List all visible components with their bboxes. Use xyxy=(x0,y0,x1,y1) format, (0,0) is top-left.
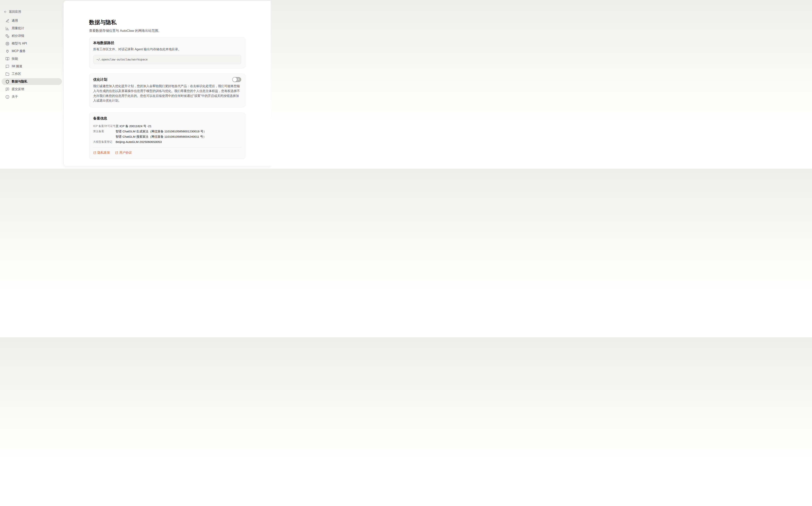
sidebar-item-label: 技能 xyxy=(12,57,18,61)
local-data-path-description: 所有工作区文件、对话记录和 Agent 输出均存储在此本地目录。 xyxy=(93,47,241,52)
optimization-toggle[interactable]: 关 xyxy=(232,77,241,82)
toggle-knob xyxy=(233,77,237,82)
optimization-program-card: 优化计划 关 我们诚邀您加入优化提升计划，您的加入会帮助我们更好地迭代产品：在去… xyxy=(89,74,245,107)
user-agreement-label: 用户协议 xyxy=(120,151,132,155)
sidebar-item-skills[interactable]: 技能 xyxy=(2,55,62,62)
sidebar-item-models-api[interactable]: 模型与 API xyxy=(2,40,62,47)
external-link-icon xyxy=(93,151,96,154)
algorithm-filing-value-2: 智谱 ChatGLM 搜索算法（网信算备 1101081058580042400… xyxy=(116,134,207,139)
page-title: 数据与隐私 xyxy=(89,19,245,26)
workspace-path-field[interactable]: ~/.openclaw-autoclaw/workspace xyxy=(93,55,241,64)
algorithm-filing-value-1: 智谱 ChatGLM 生成算法（网信算备 1101081058580012300… xyxy=(116,129,207,134)
message-square-icon xyxy=(5,65,9,69)
sidebar-item-label: 模型与 API xyxy=(12,41,27,46)
folder-icon xyxy=(5,72,9,76)
cpu-icon xyxy=(5,42,9,46)
sidebar-item-mcp[interactable]: MCP 服务 xyxy=(2,48,62,55)
icp-filing-row: ICP 备案/许可证号 京 ICP 备 20011824 号 -21 xyxy=(93,123,241,129)
book-open-icon xyxy=(5,57,9,61)
algorithm-filing-label: 算法备案 xyxy=(93,129,116,134)
plug-icon xyxy=(5,49,9,53)
sidebar-item-credits[interactable]: 积分详情 xyxy=(2,32,62,39)
model-registration-row: 大模型备案登记 Beijing-AutoGLM-20250606S0053 xyxy=(93,139,241,145)
workspace-path-value: ~/.openclaw-autoclaw/workspace xyxy=(96,58,148,61)
sidebar-item-workspace[interactable]: 工作区 xyxy=(2,71,62,77)
user-agreement-link[interactable]: 用户协议 xyxy=(115,151,132,155)
external-link-icon xyxy=(115,151,118,154)
sidebar-item-about[interactable]: 关于 xyxy=(2,93,62,100)
pen-icon xyxy=(5,19,9,23)
algorithm-filing-row: 算法备案 智谱 ChatGLM 生成算法（网信算备 11010810585800… xyxy=(93,129,241,139)
back-to-app-label: 返回应用 xyxy=(9,10,21,14)
optimization-card-header: 优化计划 关 xyxy=(93,77,241,82)
toggle-state-label: 关 xyxy=(237,77,240,82)
icp-filing-value: 京 ICP 备 20011824 号 -21 xyxy=(116,123,152,129)
sidebar-item-data-privacy[interactable]: 数据与隐私 xyxy=(2,78,62,85)
sidebar-item-label: IM 频道 xyxy=(12,64,22,69)
info-icon xyxy=(5,95,9,99)
sidebar-item-label: 关于 xyxy=(12,95,18,99)
back-to-app-button[interactable]: 返回应用 xyxy=(2,10,62,14)
optimization-title: 优化计划 xyxy=(93,77,107,82)
sidebar-item-usage-stats[interactable]: 用量统计 xyxy=(2,25,62,32)
local-data-path-card: 本地数据路径 所有工作区文件、对话记录和 Agent 输出均存储在此本地目录。 … xyxy=(89,37,245,68)
arrow-left-icon xyxy=(4,10,7,13)
sidebar-item-label: MCP 服务 xyxy=(12,49,26,53)
sidebar-nav: 通用 用量统计 积分详情 模型与 API xyxy=(2,17,62,100)
page-subtitle: 查看数据存储位置与 AutoClaw 的网络出站范围。 xyxy=(89,28,245,33)
main-panel: 数据与隐私 查看数据存储位置与 AutoClaw 的网络出站范围。 本地数据路径… xyxy=(63,1,271,166)
bar-chart-icon xyxy=(5,26,9,30)
sidebar: 返回应用 通用 用量统计 积分详情 xyxy=(0,0,63,169)
sidebar-item-im-channels[interactable]: IM 频道 xyxy=(2,63,62,70)
icp-filing-label: ICP 备案/许可证号 xyxy=(93,123,116,129)
message-square-plus-icon xyxy=(5,87,9,91)
sidebar-item-label: 用量统计 xyxy=(12,26,24,30)
sidebar-item-label: 积分详情 xyxy=(12,34,24,38)
optimization-description: 我们诚邀您加入优化提升计划，您的加入会帮助我们更好地迭代产品：在去标识化处理后，… xyxy=(93,84,241,103)
settings-content: 数据与隐私 查看数据存储位置与 AutoClaw 的网络出站范围。 本地数据路径… xyxy=(89,1,245,159)
privacy-policy-link[interactable]: 隐私政策 xyxy=(93,151,110,155)
shield-icon xyxy=(5,80,9,84)
filing-info-title: 备案信息 xyxy=(93,116,241,121)
coins-icon xyxy=(5,34,9,38)
model-registration-value: Beijing-AutoGLM-20250606S0053 xyxy=(116,139,162,145)
local-data-path-title: 本地数据路径 xyxy=(93,40,241,45)
model-registration-label: 大模型备案登记 xyxy=(93,139,116,145)
sidebar-item-label: 数据与隐私 xyxy=(12,80,27,84)
policy-links: 隐私政策 用户协议 xyxy=(93,151,241,155)
sidebar-item-feedback[interactable]: 提交反馈 xyxy=(2,86,62,93)
sidebar-item-label: 提交反馈 xyxy=(12,87,24,91)
sidebar-item-label: 工作区 xyxy=(12,72,21,76)
app-window: 返回应用 通用 用量统计 积分详情 xyxy=(0,0,271,169)
sidebar-item-general[interactable]: 通用 xyxy=(2,17,62,24)
privacy-policy-label: 隐私政策 xyxy=(97,151,110,155)
filing-info-card: 备案信息 ICP 备案/许可证号 京 ICP 备 20011824 号 -21 … xyxy=(89,113,245,159)
sidebar-item-label: 通用 xyxy=(12,19,18,23)
